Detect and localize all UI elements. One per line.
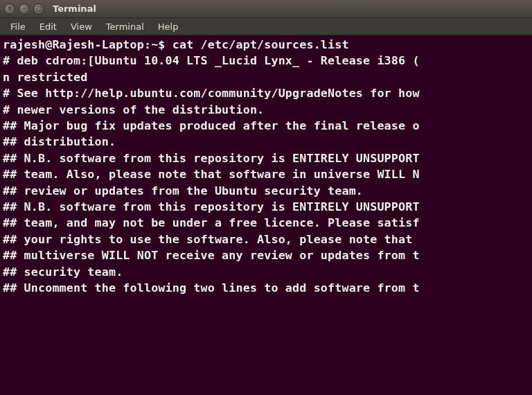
terminal-output-line: ## security team. bbox=[3, 264, 532, 280]
terminal-output-line: n restricted bbox=[3, 69, 532, 85]
terminal-output-line: ## N.B. software from this repository is… bbox=[3, 150, 532, 166]
terminal-output-line: ## your rights to use the software. Also… bbox=[3, 231, 532, 247]
terminal-output-line: ## Uncomment the following two lines to … bbox=[3, 280, 532, 296]
menubar: File Edit View Terminal Help bbox=[0, 18, 532, 35]
terminal-output-line: # newer versions of the distribution. bbox=[3, 102, 532, 118]
close-icon[interactable]: ✕ bbox=[4, 3, 15, 15]
terminal-output-line: ## review or updates from the Ubuntu sec… bbox=[3, 183, 532, 199]
menu-view[interactable]: View bbox=[64, 19, 98, 34]
terminal-prompt-line: rajesh@Rajesh-Laptop:~$ cat /etc/apt/sou… bbox=[3, 37, 532, 53]
terminal-prompt: rajesh@Rajesh-Laptop:~$ bbox=[3, 37, 172, 51]
maximize-icon[interactable]: ▢ bbox=[33, 3, 44, 15]
terminal-window: ✕ – ▢ Terminal File Edit View Terminal H… bbox=[0, 0, 532, 395]
terminal-output-line: ## multiverse WILL NOT receive any revie… bbox=[3, 247, 532, 263]
terminal-output-line: ## team, and may not be under a free lic… bbox=[3, 215, 532, 231]
terminal-body[interactable]: rajesh@Rajesh-Laptop:~$ cat /etc/apt/sou… bbox=[0, 35, 532, 395]
terminal-command: cat /etc/apt/sources.list bbox=[172, 37, 349, 51]
terminal-output-line: ## Major bug fix updates produced after … bbox=[3, 118, 532, 134]
menu-edit[interactable]: Edit bbox=[33, 19, 63, 34]
terminal-output-line: # See http://help.ubuntu.com/community/U… bbox=[3, 85, 532, 101]
minimize-icon[interactable]: – bbox=[19, 3, 30, 15]
window-title: Terminal bbox=[53, 3, 96, 14]
menu-terminal[interactable]: Terminal bbox=[100, 19, 150, 34]
menu-help[interactable]: Help bbox=[152, 19, 185, 34]
terminal-output-line: ## distribution. bbox=[3, 134, 532, 150]
titlebar[interactable]: ✕ – ▢ Terminal bbox=[0, 0, 532, 18]
terminal-output-line: ## N.B. software from this repository is… bbox=[3, 199, 532, 215]
terminal-output-line: ## team. Also, please note that software… bbox=[3, 166, 532, 182]
menu-file[interactable]: File bbox=[4, 19, 32, 34]
terminal-output-line: # deb cdrom:[Ubuntu 10.04 LTS _Lucid Lyn… bbox=[3, 53, 532, 69]
window-controls: ✕ – ▢ bbox=[4, 3, 44, 15]
